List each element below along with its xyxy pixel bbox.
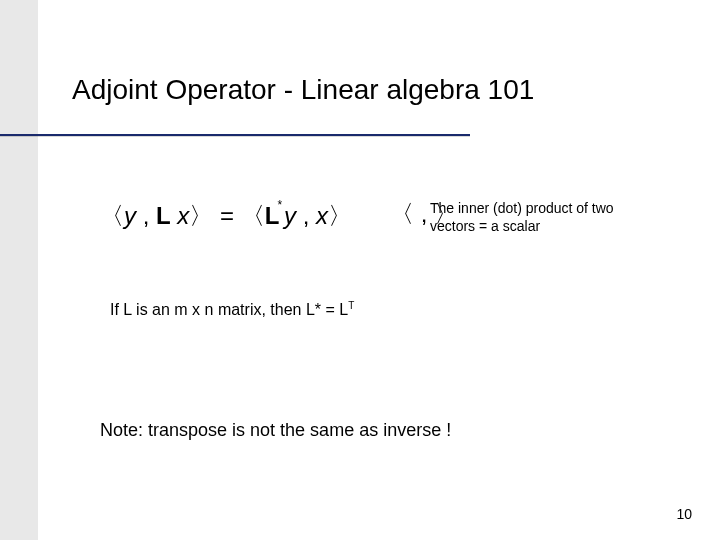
slide-title: Adjoint Operator - Linear algebra 101 — [72, 74, 534, 106]
left-accent-band — [0, 0, 38, 540]
equation-block: 〈y , L x〉 = 〈L*y , x〉 — [100, 200, 352, 232]
lhs-close-angle: 〉 — [189, 202, 213, 229]
lhs-open-angle: 〈 — [100, 202, 124, 229]
lhs-x: x — [171, 202, 190, 229]
title-underline — [0, 134, 470, 136]
adjoint-equation: 〈y , L x〉 = 〈L*y , x〉 — [100, 202, 352, 229]
page-number: 10 — [676, 506, 692, 522]
matrix-statement-sup: T — [348, 300, 354, 311]
matrix-statement: If L is an m x n matrix, then L* = LT — [110, 300, 354, 319]
lhs-L: L — [156, 202, 171, 229]
matrix-statement-text: If L is an m x n matrix, then L* = L — [110, 301, 348, 318]
transpose-note: Note: transpose is not the same as inver… — [100, 420, 451, 441]
rhs-open-angle: 〈 — [241, 202, 265, 229]
rhs-star: * — [277, 198, 282, 212]
eq-sign: = — [213, 202, 240, 229]
inner-product-note: The inner (dot) product of two vectors =… — [430, 200, 640, 235]
rhs-y: y — [284, 202, 296, 229]
rhs-close-angle: 〉 — [328, 202, 352, 229]
lhs-sep: , — [136, 202, 156, 229]
rhs-x: x — [316, 202, 328, 229]
slide: Adjoint Operator - Linear algebra 101 〈y… — [0, 0, 720, 540]
lhs-y: y — [124, 202, 136, 229]
rhs-sep: , — [296, 202, 316, 229]
